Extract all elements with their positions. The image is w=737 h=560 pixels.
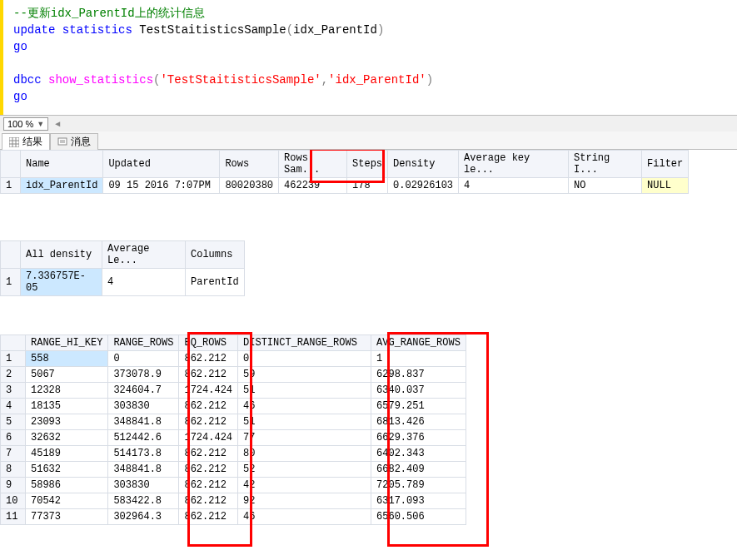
table-row[interactable]: 851632348841.8862.212526682.409 — [1, 462, 466, 478]
cell-range-rows[interactable]: 303830 — [108, 478, 179, 493]
cell-avg-range-rows[interactable]: 6298.837 — [371, 367, 466, 383]
col-updated[interactable]: Updated — [103, 151, 220, 178]
cell-eq-rows[interactable]: 862.212 — [179, 367, 238, 383]
table-row[interactable]: 745189514173.8862.212806402.343 — [1, 446, 466, 462]
cell-eq-rows[interactable]: 1724.424 — [179, 383, 238, 399]
cell-distinct-range-rows[interactable]: 77 — [238, 430, 371, 446]
cell-avg-range-rows[interactable]: 6813.426 — [371, 414, 466, 430]
cell-range-rows[interactable]: 0 — [108, 351, 179, 367]
cell-distinct-range-rows[interactable]: 51 — [238, 383, 371, 399]
col-rows[interactable]: Rows — [220, 151, 279, 178]
table-row[interactable]: 1177373302964.3862.212466560.506 — [1, 509, 466, 525]
table-row[interactable]: 1 7.336757E-05 4 ParentId — [1, 269, 245, 296]
cell-name[interactable]: idx_ParentId — [21, 178, 103, 194]
row-number[interactable]: 2 — [1, 367, 26, 383]
cell-eq-rows[interactable]: 862.212 — [179, 446, 238, 462]
cell-distinct-range-rows[interactable]: 92 — [238, 493, 371, 509]
cell-distinct-range-rows[interactable]: 42 — [238, 478, 371, 493]
cell-eq-rows[interactable]: 862.212 — [179, 414, 238, 430]
cell-steps[interactable]: 178 — [347, 178, 388, 194]
cell-eq-rows[interactable]: 1724.424 — [179, 430, 238, 446]
col-columns[interactable]: Columns — [186, 241, 245, 269]
cell-range-hi-key[interactable]: 58986 — [26, 478, 108, 493]
cell-distinct-range-rows[interactable]: 52 — [238, 462, 371, 478]
cell-eq-rows[interactable]: 862.212 — [179, 478, 238, 493]
cell-distinct-range-rows[interactable]: 0 — [238, 351, 371, 367]
row-number[interactable]: 1 — [1, 269, 21, 296]
table-row[interactable]: 25067373078.9862.212596298.837 — [1, 367, 466, 383]
col-rows-sampled[interactable]: Rows Sam... — [279, 151, 347, 178]
row-number[interactable]: 4 — [1, 399, 26, 414]
grid-corner[interactable] — [1, 241, 21, 269]
cell-all-density[interactable]: 7.336757E-05 — [21, 269, 102, 296]
col-range-hi-key[interactable]: RANGE_HI_KEY — [26, 335, 108, 351]
cell-string-index[interactable]: NO — [569, 178, 642, 194]
row-number[interactable]: 5 — [1, 414, 26, 430]
cell-range-rows[interactable]: 302964.3 — [108, 509, 179, 525]
cell-avg-range-rows[interactable]: 6629.376 — [371, 430, 466, 446]
cell-avg-range-rows[interactable]: 6579.251 — [371, 399, 466, 414]
cell-range-rows[interactable]: 348841.8 — [108, 414, 179, 430]
row-number[interactable]: 3 — [1, 383, 26, 399]
cell-avg-range-rows[interactable]: 7205.789 — [371, 478, 466, 493]
cell-range-rows[interactable]: 583422.8 — [108, 493, 179, 509]
table-row[interactable]: 15580862.21201 — [1, 351, 466, 367]
cell-avg-range-rows[interactable]: 6402.343 — [371, 446, 466, 462]
table-row[interactable]: 418135303830862.212466579.251 — [1, 399, 466, 414]
col-distinct-range-rows[interactable]: DISTINCT_RANGE_ROWS — [238, 335, 371, 351]
row-number[interactable]: 6 — [1, 430, 26, 446]
cell-range-hi-key[interactable]: 70542 — [26, 493, 108, 509]
col-range-rows[interactable]: RANGE_ROWS — [108, 335, 179, 351]
cell-range-hi-key[interactable]: 12328 — [26, 383, 108, 399]
col-eq-rows[interactable]: EQ_ROWS — [179, 335, 238, 351]
cell-distinct-range-rows[interactable]: 80 — [238, 446, 371, 462]
cell-avg-range-rows[interactable]: 6560.506 — [371, 509, 466, 525]
tab-results[interactable]: 结果 — [2, 133, 50, 150]
row-number[interactable]: 1 — [1, 351, 26, 367]
cell-rows[interactable]: 80020380 — [220, 178, 279, 194]
table-row[interactable]: 632632512442.61724.424776629.376 — [1, 430, 466, 446]
cell-range-hi-key[interactable]: 32632 — [26, 430, 108, 446]
cell-range-hi-key[interactable]: 558 — [26, 351, 108, 367]
row-number[interactable]: 8 — [1, 462, 26, 478]
col-all-density[interactable]: All density — [21, 241, 102, 269]
row-number[interactable]: 10 — [1, 493, 26, 509]
cell-range-rows[interactable]: 512442.6 — [108, 430, 179, 446]
cell-range-rows[interactable]: 373078.9 — [108, 367, 179, 383]
row-number[interactable]: 1 — [1, 178, 21, 194]
col-avg-length[interactable]: Average Le... — [102, 241, 186, 269]
cell-range-hi-key[interactable]: 51632 — [26, 462, 108, 478]
table-row[interactable]: 1070542583422.8862.212926317.093 — [1, 493, 466, 509]
cell-density[interactable]: 0.02926103 — [388, 178, 459, 194]
cell-eq-rows[interactable]: 862.212 — [179, 493, 238, 509]
grid-corner[interactable] — [1, 151, 21, 178]
cell-avg-length[interactable]: 4 — [102, 269, 186, 296]
zoom-dropdown[interactable]: 100 % ▼ — [3, 117, 48, 131]
table-row[interactable]: 312328324604.71724.424516340.037 — [1, 383, 466, 399]
col-avg-range-rows[interactable]: AVG_RANGE_ROWS — [371, 335, 466, 351]
cell-range-rows[interactable]: 324604.7 — [108, 383, 179, 399]
cell-distinct-range-rows[interactable]: 59 — [238, 367, 371, 383]
cell-distinct-range-rows[interactable]: 46 — [238, 509, 371, 525]
cell-avg-range-rows[interactable]: 6682.409 — [371, 462, 466, 478]
col-density[interactable]: Density — [388, 151, 459, 178]
cell-avg-range-rows[interactable]: 6317.093 — [371, 493, 466, 509]
cell-range-hi-key[interactable]: 5067 — [26, 367, 108, 383]
cell-range-hi-key[interactable]: 77373 — [26, 509, 108, 525]
cell-avg-range-rows[interactable]: 1 — [371, 351, 466, 367]
cell-updated[interactable]: 09 15 2016 7:07PM — [103, 178, 220, 194]
row-number[interactable]: 11 — [1, 509, 26, 525]
cell-eq-rows[interactable]: 862.212 — [179, 351, 238, 367]
cell-distinct-range-rows[interactable]: 46 — [238, 399, 371, 414]
cell-columns[interactable]: ParentId — [186, 269, 245, 296]
cell-range-rows[interactable]: 514173.8 — [108, 446, 179, 462]
cell-range-hi-key[interactable]: 18135 — [26, 399, 108, 414]
tab-messages[interactable]: 消息 — [50, 133, 98, 150]
cell-range-hi-key[interactable]: 45189 — [26, 446, 108, 462]
table-row[interactable]: 523093348841.8862.212516813.426 — [1, 414, 466, 430]
cell-avg-range-rows[interactable]: 6340.037 — [371, 383, 466, 399]
row-number[interactable]: 9 — [1, 478, 26, 493]
cell-filter[interactable]: NULL — [642, 178, 689, 194]
sql-editor[interactable]: --更新idx_ParentId上的统计信息 update statistics… — [0, 0, 737, 115]
cell-range-rows[interactable]: 348841.8 — [108, 462, 179, 478]
